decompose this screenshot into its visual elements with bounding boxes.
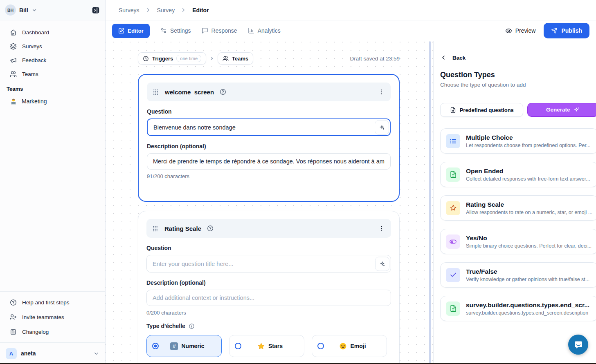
teams-chip[interactable]: Teams [218,52,253,65]
sidebar-item-label: Dashboard [22,29,49,36]
technologist-emoji-icon [10,98,17,105]
canvas-scrollbar[interactable] [429,41,431,364]
survey-canvas: Triggers one-time Teams Draft saved at 2… [106,41,433,364]
scale-option-numeric[interactable]: # Numeric [146,335,222,357]
scale-option-stars[interactable]: Stars [229,335,304,357]
tab-analytics[interactable]: Analytics [248,27,281,34]
tab-settings[interactable]: Settings [160,27,191,34]
sidebar-item-changelog[interactable]: Changelog [0,324,105,339]
type-description: survey.builder.questions.types.end_scree… [466,310,589,316]
type-card-yes-no[interactable]: Yes/No Simple binary choice questions. P… [440,229,596,254]
sidebar-item-marketing[interactable]: Marketing [0,94,105,108]
help-circle-icon[interactable] [207,225,214,232]
sidebar-item-label: Surveys [22,43,42,49]
radio-unchecked [235,343,241,349]
scale-type-options: # Numeric Stars [146,335,391,357]
chevron-right-icon [180,7,187,13]
publish-button[interactable]: Publish [544,23,589,38]
chart-icon [248,27,254,34]
user-plus-icon [10,314,17,321]
type-card-multiple-choice[interactable]: Multiple Choice Let respondents choose f… [440,128,596,154]
sidebar-item-invite[interactable]: Invite teammates [0,310,105,324]
team-item-label: Marketing [22,98,47,105]
sidebar-item-surveys[interactable]: Surveys [0,39,105,53]
info-icon[interactable] [189,323,195,329]
breadcrumb-surveys[interactable]: Surveys [119,7,139,13]
radio-unchecked [317,343,324,349]
user-menu[interactable]: BH Bill [0,0,105,20]
predefined-questions-button[interactable]: Predefined questions [440,103,523,117]
star-icon [446,201,460,215]
type-title: Multiple Choice [466,134,590,141]
card-title: Rating Scale [164,225,201,232]
card-title: welcome_screen [165,89,214,96]
chevron-down-icon [31,7,37,13]
type-card-true-false[interactable]: True/False Verify knowledge or gather op… [440,262,596,288]
sidebar-nav: Dashboard Surveys Feedback Teams Teams M… [0,20,105,108]
sidebar-item-help[interactable]: Help and first steps [0,295,105,310]
help-circle-icon[interactable] [220,89,226,95]
type-card-end-screen[interactable]: survey.builder.questions.types.end_scr..… [440,296,596,321]
chevron-down-icon [93,351,99,357]
card-header: welcome_screen [147,83,391,101]
teams-chip-label: Teams [232,56,248,62]
generate-label: Generate [546,107,570,113]
card-menu-icon[interactable] [377,88,385,96]
preview-button[interactable]: Preview [505,27,536,34]
predefined-label: Predefined questions [460,107,514,113]
scale-option-emoji[interactable]: Emoji [312,335,387,357]
tab-label: Editor [128,28,144,34]
sidebar-item-label: Feedback [22,57,46,63]
generate-button[interactable]: Generate [527,103,596,117]
type-title: Yes/No [466,234,592,242]
drag-handle-icon[interactable] [152,225,159,232]
sidebar-footer: Help and first steps Invite teammates Ch… [0,291,105,342]
sidebar-item-feedback[interactable]: Feedback [0,53,105,67]
description-label: Description (optional) [146,279,391,286]
welcome-description-input[interactable] [147,153,391,170]
tab-label: Response [211,27,237,34]
ai-wand-icon[interactable] [375,120,389,134]
file-text-icon [446,301,460,316]
welcome-question-input[interactable] [147,118,391,136]
rating-scale-card[interactable]: Rating Scale Question Description (optio… [138,211,400,364]
type-card-open-ended[interactable]: Open Ended Collect detailed responses wi… [440,162,596,187]
drag-handle-icon[interactable] [152,89,159,96]
tab-label: Settings [170,27,191,34]
sidebar-item-dashboard[interactable]: Dashboard [0,25,105,39]
sidebar-collapse-icon[interactable] [91,6,100,15]
chat-launcher-button[interactable] [568,335,588,355]
scale-option-label: Emoji [350,343,366,349]
newspaper-icon [10,328,17,335]
type-card-rating-scale[interactable]: Rating Scale Allow respondents to rate o… [440,195,596,221]
scale-type-text: Type d'échelle [146,323,185,329]
rating-question-input[interactable] [146,255,391,272]
breadcrumb-survey[interactable]: Survey [157,7,175,13]
type-title: True/False [466,268,589,275]
welcome-screen-card[interactable]: welcome_screen Question Description (opt… [138,74,400,202]
rating-description-input[interactable] [146,290,391,306]
star-emoji-icon [257,342,265,350]
type-title: survey.builder.questions.types.end_scr..… [466,301,589,309]
back-button[interactable]: Back [440,54,596,61]
type-description: Verify knowledge or gather opinions with… [466,277,589,282]
sidebar-item-label: Teams [22,71,38,77]
breadcrumb-editor: Editor [192,7,209,13]
type-description: Allow respondents to rate on a numeric, … [466,210,592,215]
triggers-chip[interactable]: Triggers one-time [138,52,206,65]
card-menu-icon[interactable] [378,224,386,232]
org-switcher[interactable]: A aneta [0,342,105,364]
tab-editor[interactable]: Editor [112,24,150,38]
main-area: Surveys Survey Editor Editor Settings Re… [106,0,596,364]
avatar: BH [5,4,16,16]
scale-option-label: Numeric [181,343,204,349]
divider [434,95,596,95]
type-description: Simple binary choice questions. Perfect … [466,243,592,249]
megaphone-icon [10,57,17,64]
preview-label: Preview [515,27,536,34]
description-label: Description (optional) [147,143,391,150]
sidebar-item-teams[interactable]: Teams [0,67,105,81]
ai-wand-icon[interactable] [375,257,389,271]
smiley-emoji-icon [339,342,347,350]
tab-response[interactable]: Response [202,27,237,34]
